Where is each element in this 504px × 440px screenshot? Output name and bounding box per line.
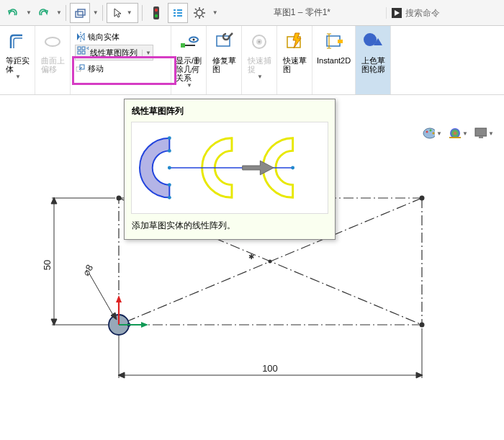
svg-rect-6 <box>177 9 182 11</box>
display-button[interactable]: ▼ <box>474 126 494 140</box>
svg-rect-48 <box>479 136 483 138</box>
svg-rect-7 <box>174 12 176 14</box>
svg-rect-24 <box>82 47 85 50</box>
offset-icon <box>6 31 28 53</box>
dropdown-arrow-icon[interactable]: ▼ <box>26 9 32 16</box>
dropdown-arrow-icon: ▼ <box>186 82 192 89</box>
repair-sketch-button[interactable]: 修复草 图 <box>207 26 242 94</box>
svg-rect-39 <box>338 40 343 43</box>
linear-pattern-button[interactable]: 线性草图阵列 ▼ <box>75 45 153 60</box>
redo-button[interactable] <box>33 3 53 23</box>
svg-rect-1 <box>78 9 85 15</box>
svg-point-76 <box>168 166 171 170</box>
svg-text:✱: ✱ <box>248 253 254 261</box>
dropdown-arrow-icon: ▼ <box>257 73 263 80</box>
dropdown-arrow-icon: ▼ <box>127 9 132 16</box>
tooltip-linear-pattern: 线性草图阵列 添加草图实体的线性阵列。 <box>124 99 336 240</box>
snap-icon <box>248 31 270 53</box>
instant2d-button[interactable]: Instant2D <box>312 26 356 94</box>
svg-point-43 <box>430 130 432 132</box>
view-palette-button[interactable]: ▼ <box>422 126 442 140</box>
undo-icon <box>7 7 19 19</box>
svg-line-17 <box>202 16 204 17</box>
svg-rect-0 <box>76 12 83 17</box>
mirror-icon <box>75 31 86 42</box>
svg-point-4 <box>155 14 158 17</box>
svg-point-71 <box>168 136 171 140</box>
surface-offset-icon <box>42 31 63 53</box>
svg-rect-2 <box>153 6 159 19</box>
linear-pattern-icon <box>77 47 89 58</box>
quick-snap-button: 快速捕 捉 ▼ <box>242 26 277 94</box>
select-faces-button[interactable] <box>70 3 90 23</box>
dropdown-arrow-icon[interactable]: ▼ <box>93 9 99 16</box>
tooltip-description: 添加草图实体的线性阵列。 <box>125 215 335 239</box>
search-input[interactable] <box>405 8 485 18</box>
cursor-icon <box>112 7 124 19</box>
svg-point-74 <box>168 183 171 187</box>
svg-point-21 <box>45 37 60 46</box>
svg-point-3 <box>155 8 158 11</box>
redo-icon <box>37 7 49 19</box>
svg-line-19 <box>195 16 197 17</box>
svg-rect-10 <box>177 15 182 17</box>
svg-rect-46 <box>449 137 461 138</box>
dropdown-arrow-icon[interactable]: ▼ <box>212 9 218 16</box>
tooltip-illustration <box>131 122 328 214</box>
dropdown-arrow-icon: ▼ <box>15 73 21 80</box>
svg-point-32 <box>193 39 195 41</box>
dropdown-arrow-icon[interactable]: ▼ <box>56 9 62 16</box>
svg-rect-47 <box>475 128 487 136</box>
mirror-entities-button[interactable]: 镜向实体 <box>75 29 120 45</box>
quick-sketch-icon <box>284 31 305 53</box>
shaded-contour-icon <box>361 30 385 54</box>
traffic-icon <box>153 6 160 20</box>
document-title: 草图1 – 零件1* <box>220 6 384 19</box>
instant2d-icon <box>323 31 345 53</box>
svg-point-77 <box>291 166 294 170</box>
traffic-light-button[interactable] <box>146 3 166 23</box>
svg-point-73 <box>168 149 171 153</box>
tooltip-title: 线性草图阵列 <box>125 99 335 120</box>
offset-entities-button[interactable]: 等距实 体 ▼ <box>0 26 35 94</box>
svg-point-72 <box>168 196 171 199</box>
svg-rect-30 <box>181 43 185 48</box>
svg-line-16 <box>195 9 197 10</box>
quick-access-toolbar: ▼ ▼ ▼ ▼ ▼ 草图1 – 零件1* <box>0 0 504 26</box>
svg-rect-23 <box>78 47 81 50</box>
dim-diameter: ⌀8 <box>81 263 96 278</box>
list-icon <box>172 7 184 19</box>
relations-icon <box>178 31 199 53</box>
gear-icon <box>193 6 206 19</box>
display-delete-relations-button[interactable]: 显示/删 除几何 关系 ▼ <box>171 26 207 94</box>
run-icon <box>391 7 402 19</box>
svg-rect-9 <box>174 15 176 17</box>
svg-point-57 <box>420 323 425 328</box>
move-entities-button[interactable]: 移动 <box>75 60 104 76</box>
svg-point-45 <box>450 128 460 138</box>
svg-point-58 <box>269 260 272 264</box>
svg-point-56 <box>420 196 425 201</box>
shaded-sketch-contour-button[interactable]: 上色草 图轮廓 <box>356 26 391 94</box>
quick-sketch-button[interactable]: 快速草 图 <box>277 26 312 94</box>
dim-vertical: 50 <box>42 260 53 270</box>
svg-rect-26 <box>82 51 85 54</box>
svg-rect-25 <box>78 51 81 54</box>
settings-button[interactable] <box>189 3 210 23</box>
dropdown-arrow-icon: ▼ <box>142 50 151 56</box>
appearance-button[interactable]: ▼ <box>448 126 468 140</box>
move-icon <box>75 63 86 74</box>
view-toolbar: ▼ ▼ ▼ <box>422 126 494 140</box>
rectangle-icon <box>74 7 86 19</box>
search-command[interactable] <box>386 7 501 19</box>
svg-line-64 <box>89 274 114 316</box>
undo-button[interactable] <box>3 3 23 23</box>
cursor-tool-button[interactable]: ▼ <box>107 3 138 23</box>
svg-point-11 <box>197 10 202 16</box>
repair-icon <box>213 31 235 53</box>
surface-offset-button: 曲面上 偏移 <box>35 26 71 94</box>
pattern-group: 镜向实体 线性草图阵列 ▼ 移动 <box>71 26 171 94</box>
svg-line-18 <box>202 9 204 10</box>
ribbon: 等距实 体 ▼ 曲面上 偏移 镜向实体 线性草图阵列 ▼ 移动 显示/删 除几何… <box>0 26 504 95</box>
list-button[interactable] <box>168 3 188 23</box>
